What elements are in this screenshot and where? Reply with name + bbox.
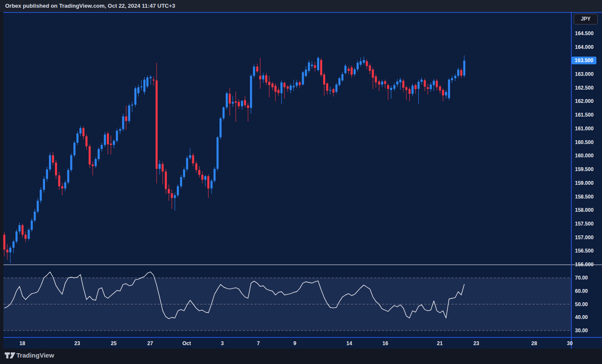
candle-body — [204, 176, 206, 180]
candle-body — [49, 155, 51, 169]
candle-body — [329, 90, 331, 90]
candle-body — [259, 76, 261, 79]
footer-bar: TradingView — [0, 349, 602, 364]
candle-body — [256, 66, 258, 71]
candle-body — [287, 87, 289, 89]
candle-body — [296, 82, 298, 86]
candle-body — [408, 89, 411, 93]
candle-body — [198, 170, 200, 174]
price-tick-label: 164.000 — [575, 44, 601, 51]
time-tick-label: 16 — [382, 339, 388, 348]
candle-body — [372, 69, 374, 78]
price-tick-label: 163.000 — [575, 71, 601, 78]
candle-body — [223, 107, 225, 118]
candle-body — [67, 170, 70, 182]
candle-body — [454, 76, 457, 78]
candle-body — [104, 135, 106, 145]
chart-canvas[interactable] — [0, 0, 602, 364]
candle-body — [381, 81, 383, 84]
candle-body — [226, 93, 228, 107]
candle-body — [238, 102, 240, 106]
price-tick-label: 158.000 — [575, 207, 601, 214]
candle-body — [82, 128, 85, 136]
time-tick-label: 18 — [19, 339, 25, 348]
candle-body — [308, 63, 310, 71]
candle-body — [311, 65, 313, 66]
candle-body — [244, 100, 246, 105]
price-tick-label: 162.500 — [575, 84, 601, 91]
candle-body — [186, 158, 188, 170]
time-tick-label: 9 — [293, 339, 296, 348]
candle-body — [85, 136, 88, 147]
candle-body — [250, 76, 252, 108]
candle-body — [165, 171, 167, 189]
tradingview-wordmark[interactable]: TradingView — [16, 352, 54, 359]
candle-body — [195, 163, 197, 170]
candle-body — [439, 87, 441, 91]
candle-body — [21, 225, 24, 235]
candle-body — [9, 248, 12, 253]
candle-body — [339, 78, 341, 85]
candle-body — [98, 149, 100, 159]
candle-body — [417, 82, 420, 89]
candle-body — [354, 69, 356, 74]
price-tick-label: 157.000 — [575, 234, 601, 241]
candle-body — [12, 241, 15, 248]
candle-body — [3, 235, 6, 250]
candle-body — [113, 141, 115, 145]
candle-body — [95, 159, 97, 166]
candle-body — [58, 175, 61, 186]
candle-body — [405, 87, 408, 90]
candle-body — [92, 165, 94, 166]
tradingview-published-chart: Orbex published on TradingView.com, Oct … — [0, 0, 602, 364]
time-tick-label: 23 — [473, 339, 479, 348]
rsi-tick-label: 50.00 — [575, 301, 601, 308]
price-tick-label: 156.500 — [575, 247, 601, 254]
time-tick-label: 23 — [74, 339, 80, 348]
candle-body — [463, 60, 466, 75]
candle-body — [427, 87, 429, 89]
candle-body — [351, 67, 353, 75]
candle-body — [305, 69, 307, 76]
candle-body — [345, 66, 347, 73]
candle-body — [177, 186, 179, 195]
candle-body — [46, 169, 48, 179]
candle-body — [241, 101, 243, 106]
price-tick-label: 159.500 — [575, 166, 601, 173]
candle-body — [299, 82, 301, 85]
candle-body — [323, 75, 325, 85]
candle-body — [317, 58, 319, 70]
time-tick-label: Oct — [182, 339, 191, 348]
candle-body — [442, 90, 444, 96]
candle-body — [171, 193, 173, 198]
price-tick-label: 161.500 — [575, 111, 601, 118]
candle-body — [333, 89, 335, 93]
candle-body — [110, 144, 112, 145]
candle-body — [396, 81, 399, 84]
candle-body — [235, 102, 237, 103]
candle-body — [143, 80, 145, 92]
candle-body — [79, 128, 82, 134]
candle-body — [293, 86, 295, 87]
tradingview-logo-icon[interactable] — [5, 352, 16, 361]
candle-body — [28, 230, 30, 239]
candle-body — [52, 155, 54, 162]
candle-body — [189, 155, 191, 158]
candle-body — [448, 80, 450, 98]
rsi-tick-label: 40.00 — [575, 314, 601, 321]
candle-body — [278, 90, 280, 93]
rsi-tick-label: 60.00 — [575, 288, 601, 295]
price-tick-label: 161.000 — [575, 125, 601, 132]
candle-body — [393, 85, 396, 89]
candle-body — [70, 155, 73, 170]
candle-body — [34, 211, 36, 220]
price-tick-label: 159.000 — [575, 180, 601, 187]
candle-body — [183, 169, 185, 177]
time-tick-label: 25 — [111, 339, 116, 348]
time-tick-label: 27 — [147, 339, 153, 348]
candle-body — [460, 70, 463, 76]
currency-toggle-button[interactable]: JPY — [574, 14, 598, 24]
candle-body — [366, 61, 368, 66]
candle-body — [122, 116, 124, 129]
price-tick-label: 156.000 — [575, 261, 601, 268]
